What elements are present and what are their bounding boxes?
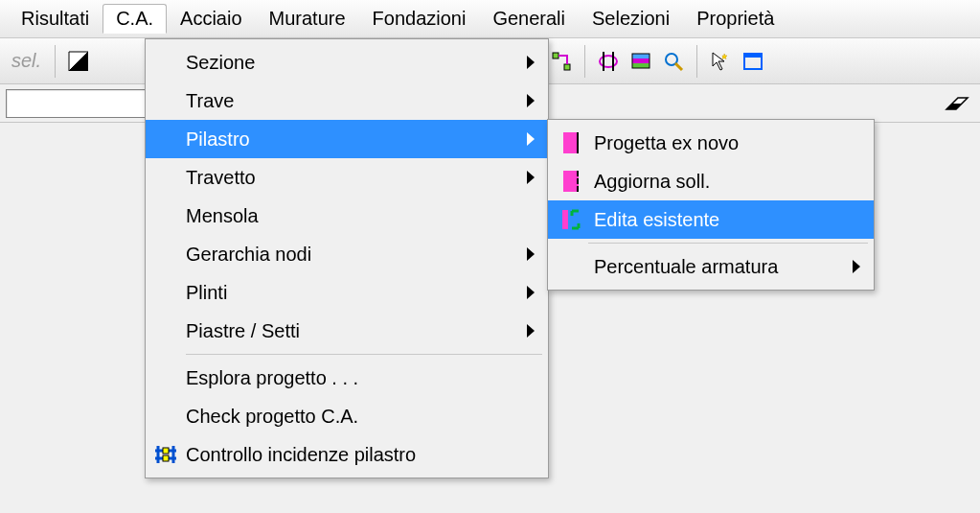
ca-item-mensola[interactable]: Mensola xyxy=(146,197,548,235)
svg-rect-20 xyxy=(744,54,762,58)
ca-item-controllo-incidenze[interactable]: Controllo incidenze pilastro xyxy=(146,435,548,474)
menu-acciaio[interactable]: Acciaio xyxy=(167,4,255,34)
svg-rect-26 xyxy=(163,455,169,461)
toolbar-sel-label: sel. xyxy=(6,50,47,72)
pilastro-item-progetta-ex-novo[interactable]: Progetta ex novo xyxy=(548,124,874,162)
submenu-arrow-icon xyxy=(527,286,535,299)
ca-item-label: Mensola xyxy=(186,205,316,227)
pilastro-item-label: Edita esistente xyxy=(594,209,777,231)
column-edit-green-icon xyxy=(548,200,594,239)
magnifier-icon[interactable] xyxy=(658,46,689,77)
pilastro-submenu: Progetta ex novo Aggiorna soll. Edita es… xyxy=(547,119,875,291)
pilastro-item-edita-esistente[interactable]: Edita esistente xyxy=(548,200,874,239)
ca-item-label: Plinti xyxy=(186,282,285,304)
submenu-arrow-icon xyxy=(527,56,535,69)
menubar: Risultati C.A. Acciaio Murature Fondazio… xyxy=(0,0,980,38)
pilastro-item-label: Progetta ex novo xyxy=(594,132,796,154)
ca-item-label: Esplora progetto . . . xyxy=(186,367,416,389)
submenu-arrow-icon xyxy=(527,94,535,107)
node-branch-icon[interactable] xyxy=(546,46,577,77)
submenu-arrow-icon xyxy=(527,247,535,261)
svg-rect-14 xyxy=(632,58,650,63)
svg-rect-27 xyxy=(562,210,568,229)
menu-risultati[interactable]: Risultati xyxy=(8,4,103,34)
pilastro-item-label: Percentuale armatura xyxy=(594,256,835,278)
menu-murature[interactable]: Murature xyxy=(256,4,359,34)
ca-item-piastre-setti[interactable]: Piastre / Setti xyxy=(146,312,548,350)
menu-generali[interactable]: Generali xyxy=(479,4,579,34)
ca-item-label: Travetto xyxy=(186,167,313,189)
ca-item-label: Sezione xyxy=(186,52,312,74)
svg-point-10 xyxy=(600,56,617,67)
menu-proprieta[interactable]: Proprietà xyxy=(683,4,787,34)
ca-item-plinti[interactable]: Plinti xyxy=(146,273,548,312)
ellipse-section-icon[interactable] xyxy=(593,46,624,77)
column-pink-dashed-icon xyxy=(548,162,594,200)
contrast-toggle-icon[interactable] xyxy=(63,46,94,77)
submenu-arrow-icon xyxy=(527,324,535,338)
toolbar-separator xyxy=(696,45,697,78)
controllo-incidenze-icon xyxy=(146,435,186,474)
ca-item-check-progetto[interactable]: Check progetto C.A. xyxy=(146,397,548,435)
pilastro-item-aggiorna-soll[interactable]: Aggiorna soll. xyxy=(548,162,874,200)
eraser-icon[interactable] xyxy=(938,88,974,119)
ca-item-label: Gerarchia nodi xyxy=(186,244,369,266)
menu-ca[interactable]: C.A. xyxy=(103,4,167,34)
menu-fondazioni[interactable]: Fondazioni xyxy=(359,4,480,34)
submenu-arrow-icon xyxy=(527,132,535,146)
submenu-arrow-icon xyxy=(527,171,535,184)
ca-item-trave[interactable]: Trave xyxy=(146,82,548,120)
layers-colored-icon[interactable] xyxy=(626,46,656,77)
ca-item-travetto[interactable]: Travetto xyxy=(146,158,548,197)
pilastro-item-percentuale-armatura[interactable]: Percentuale armatura xyxy=(548,247,874,286)
menu-selezioni[interactable]: Selezioni xyxy=(579,4,683,34)
toolbar-separator xyxy=(55,45,56,78)
ca-item-label: Pilastro xyxy=(186,128,308,151)
ca-item-label: Controllo incidenze pilastro xyxy=(186,444,473,466)
toolbar-separator xyxy=(584,45,585,78)
submenu-arrow-icon xyxy=(853,260,860,273)
svg-rect-9 xyxy=(564,64,570,70)
ca-item-gerarchia-nodi[interactable]: Gerarchia nodi xyxy=(146,235,548,273)
ca-item-label: Check progetto C.A. xyxy=(186,406,416,428)
ca-item-pilastro[interactable]: Pilastro xyxy=(146,120,548,158)
cursor-star-icon[interactable] xyxy=(705,46,736,77)
svg-rect-15 xyxy=(632,63,650,68)
ca-item-label: Piastre / Setti xyxy=(186,320,357,342)
window-blue-icon[interactable] xyxy=(738,46,768,77)
svg-rect-8 xyxy=(553,53,558,58)
svg-line-18 xyxy=(675,63,682,70)
menu-separator xyxy=(588,243,868,244)
pilastro-item-label: Aggiorna soll. xyxy=(594,171,767,193)
ca-item-esplora-progetto[interactable]: Esplora progetto . . . xyxy=(146,359,548,397)
ca-item-sezione[interactable]: Sezione xyxy=(146,43,548,82)
svg-rect-13 xyxy=(632,54,650,58)
menu-separator xyxy=(186,354,542,355)
column-pink-icon xyxy=(548,124,594,162)
svg-rect-25 xyxy=(163,448,169,454)
ca-item-label: Trave xyxy=(186,90,291,112)
ca-dropdown: Sezione Trave Pilastro Travetto Mensola … xyxy=(145,38,549,478)
